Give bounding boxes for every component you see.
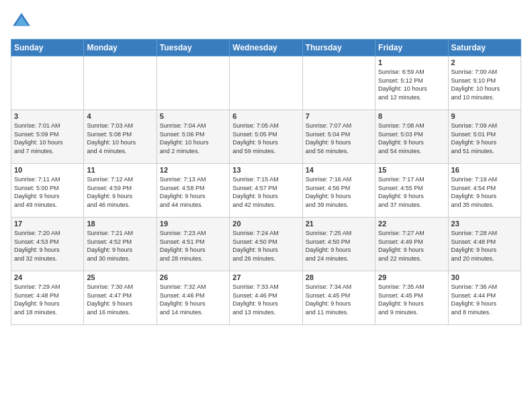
day-number: 2: [451, 58, 518, 66]
day-number: 1: [378, 58, 445, 66]
day-info: Sunrise: 7:04 AM Sunset: 5:06 PM Dayligh…: [160, 122, 226, 155]
day-number: 18: [87, 220, 153, 228]
day-number: 6: [232, 112, 299, 120]
day-number: 27: [232, 273, 299, 281]
day-header-row: Sunday Monday Tuesday Wednesday Thursday…: [11, 40, 521, 56]
day-info: Sunrise: 7:16 AM Sunset: 4:56 PM Dayligh…: [306, 175, 372, 209]
calendar-cell: 15Sunrise: 7:17 AM Sunset: 4:55 PM Dayli…: [375, 164, 448, 218]
page: Sunday Monday Tuesday Wednesday Thursday…: [0, 0, 532, 411]
day-number: 16: [451, 166, 518, 174]
calendar-cell: 25Sunrise: 7:30 AM Sunset: 4:47 PM Dayli…: [84, 271, 157, 325]
day-number: 4: [87, 112, 153, 120]
header: [11, 11, 521, 32]
calendar-cell: [157, 56, 229, 110]
day-info: Sunrise: 7:07 AM Sunset: 5:04 PM Dayligh…: [306, 122, 372, 155]
calendar-cell: 19Sunrise: 7:23 AM Sunset: 4:51 PM Dayli…: [157, 218, 229, 271]
day-number: 29: [378, 273, 445, 281]
day-info: Sunrise: 7:27 AM Sunset: 4:49 PM Dayligh…: [378, 229, 445, 263]
day-number: 10: [14, 166, 81, 174]
day-number: 12: [160, 166, 226, 174]
day-number: 15: [378, 166, 445, 174]
calendar-cell: 5Sunrise: 7:04 AM Sunset: 5:06 PM Daylig…: [157, 110, 229, 164]
calendar-cell: [230, 56, 302, 110]
calendar-cell: 12Sunrise: 7:13 AM Sunset: 4:58 PM Dayli…: [157, 164, 229, 218]
calendar-week-row: 1Sunrise: 6:59 AM Sunset: 5:12 PM Daylig…: [11, 56, 521, 110]
day-info: Sunrise: 7:20 AM Sunset: 4:53 PM Dayligh…: [14, 229, 81, 263]
calendar-cell: [11, 56, 84, 110]
day-number: 30: [451, 273, 518, 281]
header-sunday: Sunday: [11, 40, 84, 56]
calendar-cell: 28Sunrise: 7:34 AM Sunset: 4:45 PM Dayli…: [302, 271, 375, 325]
calendar-cell: 29Sunrise: 7:35 AM Sunset: 4:45 PM Dayli…: [375, 271, 448, 325]
header-thursday: Thursday: [302, 40, 375, 56]
calendar-week-row: 17Sunrise: 7:20 AM Sunset: 4:53 PM Dayli…: [11, 218, 521, 271]
header-tuesday: Tuesday: [157, 40, 229, 56]
calendar-cell: 13Sunrise: 7:15 AM Sunset: 4:57 PM Dayli…: [230, 164, 302, 218]
header-wednesday: Wednesday: [230, 40, 302, 56]
day-info: Sunrise: 7:29 AM Sunset: 4:48 PM Dayligh…: [14, 283, 81, 316]
day-number: 23: [451, 220, 518, 228]
day-info: Sunrise: 7:03 AM Sunset: 5:08 PM Dayligh…: [87, 122, 153, 155]
calendar-cell: 27Sunrise: 7:33 AM Sunset: 4:46 PM Dayli…: [230, 271, 302, 325]
logo: [11, 11, 35, 32]
day-number: 7: [306, 112, 372, 120]
calendar-cell: [302, 56, 375, 110]
day-number: 20: [232, 220, 299, 228]
calendar-cell: 18Sunrise: 7:21 AM Sunset: 4:52 PM Dayli…: [84, 218, 157, 271]
day-info: Sunrise: 7:17 AM Sunset: 4:55 PM Dayligh…: [378, 175, 445, 209]
calendar-cell: 16Sunrise: 7:19 AM Sunset: 4:54 PM Dayli…: [448, 164, 521, 218]
day-info: Sunrise: 7:36 AM Sunset: 4:44 PM Dayligh…: [451, 283, 518, 316]
header-monday: Monday: [84, 40, 157, 56]
calendar-cell: 4Sunrise: 7:03 AM Sunset: 5:08 PM Daylig…: [84, 110, 157, 164]
calendar-week-row: 3Sunrise: 7:01 AM Sunset: 5:09 PM Daylig…: [11, 110, 521, 164]
calendar-cell: 21Sunrise: 7:25 AM Sunset: 4:50 PM Dayli…: [302, 218, 375, 271]
calendar-week-row: 24Sunrise: 7:29 AM Sunset: 4:48 PM Dayli…: [11, 271, 521, 325]
day-info: Sunrise: 7:01 AM Sunset: 5:09 PM Dayligh…: [14, 122, 81, 155]
calendar-cell: 11Sunrise: 7:12 AM Sunset: 4:59 PM Dayli…: [84, 164, 157, 218]
calendar-cell: 10Sunrise: 7:11 AM Sunset: 5:00 PM Dayli…: [11, 164, 84, 218]
day-number: 28: [306, 273, 372, 281]
day-info: Sunrise: 7:24 AM Sunset: 4:50 PM Dayligh…: [232, 229, 299, 263]
calendar-cell: 3Sunrise: 7:01 AM Sunset: 5:09 PM Daylig…: [11, 110, 84, 164]
day-number: 25: [87, 273, 153, 281]
calendar: Sunday Monday Tuesday Wednesday Thursday…: [11, 39, 521, 325]
day-info: Sunrise: 7:12 AM Sunset: 4:59 PM Dayligh…: [87, 175, 153, 209]
calendar-cell: 30Sunrise: 7:36 AM Sunset: 4:44 PM Dayli…: [448, 271, 521, 325]
day-number: 22: [378, 220, 445, 228]
calendar-cell: 23Sunrise: 7:28 AM Sunset: 4:48 PM Dayli…: [448, 218, 521, 271]
day-info: Sunrise: 7:35 AM Sunset: 4:45 PM Dayligh…: [378, 283, 445, 316]
day-info: Sunrise: 7:19 AM Sunset: 4:54 PM Dayligh…: [451, 175, 518, 209]
calendar-cell: 14Sunrise: 7:16 AM Sunset: 4:56 PM Dayli…: [302, 164, 375, 218]
day-info: Sunrise: 7:09 AM Sunset: 5:01 PM Dayligh…: [451, 122, 518, 155]
calendar-cell: 6Sunrise: 7:05 AM Sunset: 5:05 PM Daylig…: [230, 110, 302, 164]
calendar-cell: [84, 56, 157, 110]
day-info: Sunrise: 7:21 AM Sunset: 4:52 PM Dayligh…: [87, 229, 153, 263]
day-number: 17: [14, 220, 81, 228]
calendar-cell: 26Sunrise: 7:32 AM Sunset: 4:46 PM Dayli…: [157, 271, 229, 325]
day-number: 8: [378, 112, 445, 120]
calendar-cell: 7Sunrise: 7:07 AM Sunset: 5:04 PM Daylig…: [302, 110, 375, 164]
header-friday: Friday: [375, 40, 448, 56]
day-info: Sunrise: 7:28 AM Sunset: 4:48 PM Dayligh…: [451, 229, 518, 263]
calendar-cell: 9Sunrise: 7:09 AM Sunset: 5:01 PM Daylig…: [448, 110, 521, 164]
day-number: 13: [232, 166, 299, 174]
calendar-cell: 2Sunrise: 7:00 AM Sunset: 5:10 PM Daylig…: [448, 56, 521, 110]
day-info: Sunrise: 7:05 AM Sunset: 5:05 PM Dayligh…: [232, 122, 299, 155]
day-number: 3: [14, 112, 81, 120]
calendar-cell: 17Sunrise: 7:20 AM Sunset: 4:53 PM Dayli…: [11, 218, 84, 271]
logo-icon: [11, 11, 32, 32]
calendar-week-row: 10Sunrise: 7:11 AM Sunset: 5:00 PM Dayli…: [11, 164, 521, 218]
calendar-cell: 8Sunrise: 7:08 AM Sunset: 5:03 PM Daylig…: [375, 110, 448, 164]
day-number: 14: [306, 166, 372, 174]
day-number: 21: [306, 220, 372, 228]
header-saturday: Saturday: [448, 40, 521, 56]
day-number: 5: [160, 112, 226, 120]
day-info: Sunrise: 7:34 AM Sunset: 4:45 PM Dayligh…: [306, 283, 372, 316]
day-info: Sunrise: 7:25 AM Sunset: 4:50 PM Dayligh…: [306, 229, 372, 263]
day-info: Sunrise: 7:13 AM Sunset: 4:58 PM Dayligh…: [160, 175, 226, 209]
day-info: Sunrise: 7:33 AM Sunset: 4:46 PM Dayligh…: [232, 283, 299, 316]
day-info: Sunrise: 7:32 AM Sunset: 4:46 PM Dayligh…: [160, 283, 226, 316]
calendar-cell: 1Sunrise: 6:59 AM Sunset: 5:12 PM Daylig…: [375, 56, 448, 110]
day-number: 19: [160, 220, 226, 228]
day-info: Sunrise: 6:59 AM Sunset: 5:12 PM Dayligh…: [378, 68, 445, 101]
